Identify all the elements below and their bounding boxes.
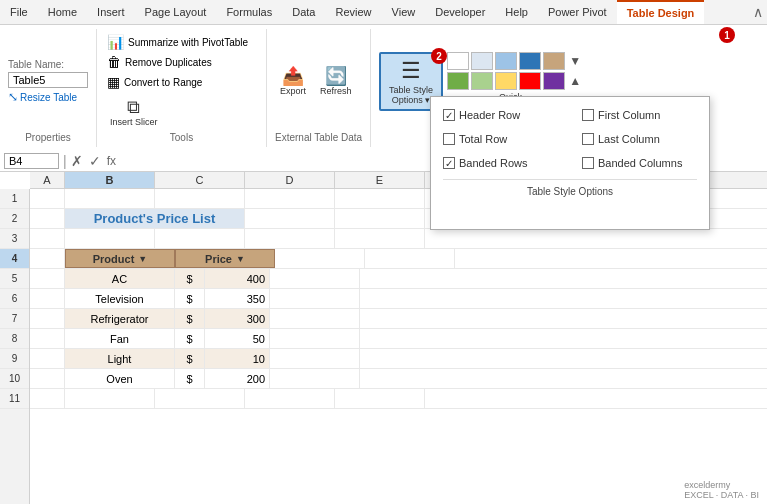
tab-review[interactable]: Review: [325, 0, 381, 24]
cell-c4[interactable]: Price ▼: [175, 249, 275, 268]
row-hdr-2[interactable]: 2: [0, 209, 29, 229]
cell-e9[interactable]: [270, 349, 360, 368]
cell-b3[interactable]: [65, 229, 155, 248]
col-hdr-c[interactable]: C: [155, 172, 245, 188]
cell-e7[interactable]: [270, 309, 360, 328]
row-hdr-10[interactable]: 10: [0, 369, 29, 389]
banded-rows-checkbox[interactable]: ✓: [443, 157, 455, 169]
cell-b11[interactable]: [65, 389, 155, 408]
cell-b6[interactable]: Television: [65, 289, 175, 308]
remove-duplicates-button[interactable]: 🗑 Remove Duplicates: [105, 53, 258, 71]
tab-table-design[interactable]: Table Design: [617, 0, 705, 24]
refresh-button[interactable]: 🔄 Refresh: [315, 64, 357, 99]
filter-arrow-product[interactable]: ▼: [138, 254, 147, 264]
col-hdr-b[interactable]: B: [65, 172, 155, 188]
cell-d10[interactable]: 200: [205, 369, 270, 388]
name-box[interactable]: [4, 153, 59, 169]
row-hdr-7[interactable]: 7: [0, 309, 29, 329]
cell-c7-dollar[interactable]: $: [175, 309, 205, 328]
tab-view[interactable]: View: [382, 0, 426, 24]
cell-d4[interactable]: [275, 249, 365, 268]
last-column-option[interactable]: Last Column: [582, 133, 697, 145]
row-hdr-5[interactable]: 5: [0, 269, 29, 289]
banded-columns-option[interactable]: Banded Columns: [582, 157, 697, 169]
cell-a11[interactable]: [30, 389, 65, 408]
tab-developer[interactable]: Developer: [425, 0, 495, 24]
row-hdr-6[interactable]: 6: [0, 289, 29, 309]
cell-c8-dollar[interactable]: $: [175, 329, 205, 348]
ribbon-collapse-icon[interactable]: ∧: [749, 0, 767, 24]
confirm-formula-icon[interactable]: ✓: [89, 153, 101, 169]
tab-data[interactable]: Data: [282, 0, 325, 24]
cell-d6[interactable]: 350: [205, 289, 270, 308]
row-hdr-9[interactable]: 9: [0, 349, 29, 369]
tab-home[interactable]: Home: [38, 0, 87, 24]
cell-d5[interactable]: 400: [205, 269, 270, 288]
cell-c9-dollar[interactable]: $: [175, 349, 205, 368]
cell-a9[interactable]: [30, 349, 65, 368]
styles-scroll-down[interactable]: ▼: [567, 54, 583, 68]
tab-formulas[interactable]: Formulas: [216, 0, 282, 24]
total-row-option[interactable]: Total Row: [443, 133, 558, 145]
insert-slicer-button[interactable]: ⧉ Insert Slicer: [105, 95, 163, 130]
first-column-checkbox[interactable]: [582, 109, 594, 121]
cell-a5[interactable]: [30, 269, 65, 288]
cell-c11[interactable]: [155, 389, 245, 408]
cell-a6[interactable]: [30, 289, 65, 308]
cell-e8[interactable]: [270, 329, 360, 348]
row-hdr-1[interactable]: 1: [0, 189, 29, 209]
cell-c5-dollar[interactable]: $: [175, 269, 205, 288]
tab-page-layout[interactable]: Page Layout: [135, 0, 217, 24]
insert-function-icon[interactable]: fx: [107, 154, 116, 168]
col-hdr-d[interactable]: D: [245, 172, 335, 188]
cell-c2[interactable]: [245, 209, 335, 228]
last-column-checkbox[interactable]: [582, 133, 594, 145]
row-hdr-8[interactable]: 8: [0, 329, 29, 349]
banded-columns-checkbox[interactable]: [582, 157, 594, 169]
cell-b7[interactable]: Refrigerator: [65, 309, 175, 328]
cell-c3[interactable]: [155, 229, 245, 248]
tab-file[interactable]: File: [0, 0, 38, 24]
export-button[interactable]: 📤 Export: [275, 64, 311, 99]
cell-d3[interactable]: [245, 229, 335, 248]
cell-a10[interactable]: [30, 369, 65, 388]
row-hdr-3[interactable]: 3: [0, 229, 29, 249]
tab-help[interactable]: Help: [495, 0, 538, 24]
cell-e1[interactable]: [335, 189, 425, 208]
cell-b8[interactable]: Fan: [65, 329, 175, 348]
cell-d11[interactable]: [245, 389, 335, 408]
resize-table-button[interactable]: ⤡ Resize Table: [8, 90, 88, 104]
cell-a3[interactable]: [30, 229, 65, 248]
col-hdr-a[interactable]: A: [30, 172, 65, 188]
cell-d9[interactable]: 10: [205, 349, 270, 368]
filter-arrow-price[interactable]: ▼: [236, 254, 245, 264]
cell-a4[interactable]: [30, 249, 65, 268]
cell-c1[interactable]: [155, 189, 245, 208]
cell-b9[interactable]: Light: [65, 349, 175, 368]
cancel-formula-icon[interactable]: ✗: [71, 153, 83, 169]
header-row-checkbox[interactable]: ✓: [443, 109, 455, 121]
cell-e3[interactable]: [335, 229, 425, 248]
cell-e11[interactable]: [335, 389, 425, 408]
cell-b2[interactable]: Product's Price List: [65, 209, 245, 228]
header-row-option[interactable]: ✓ Header Row: [443, 109, 558, 121]
first-column-option[interactable]: First Column: [582, 109, 697, 121]
cell-a1[interactable]: [30, 189, 65, 208]
cell-d2[interactable]: [335, 209, 425, 228]
cell-c6-dollar[interactable]: $: [175, 289, 205, 308]
cell-e5[interactable]: [270, 269, 360, 288]
tab-insert[interactable]: Insert: [87, 0, 135, 24]
cell-d1[interactable]: [245, 189, 335, 208]
cell-a2[interactable]: [30, 209, 65, 228]
total-row-checkbox[interactable]: [443, 133, 455, 145]
col-hdr-e[interactable]: E: [335, 172, 425, 188]
cell-d7[interactable]: 300: [205, 309, 270, 328]
cell-d8[interactable]: 50: [205, 329, 270, 348]
cell-e4[interactable]: [365, 249, 455, 268]
cell-b1[interactable]: [65, 189, 155, 208]
table-name-input[interactable]: [8, 72, 88, 88]
cell-b10[interactable]: Oven: [65, 369, 175, 388]
cell-a8[interactable]: [30, 329, 65, 348]
summarize-pivottable-button[interactable]: 📊 Summarize with PivotTable: [105, 33, 258, 51]
cell-a7[interactable]: [30, 309, 65, 328]
